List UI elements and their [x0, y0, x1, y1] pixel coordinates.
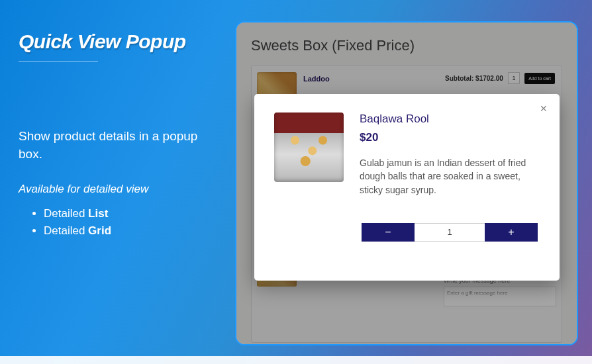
available-label: Available for detailed view: [19, 183, 222, 196]
list-item-bold: Grid: [88, 224, 111, 237]
qty-plus-button[interactable]: +: [485, 223, 538, 242]
popup-product-desc: Gulab jamun is an Indian dessert of frie…: [360, 156, 540, 197]
qty-value[interactable]: 1: [415, 223, 485, 242]
footer: [0, 356, 592, 364]
feature-title: Quick View Popup: [19, 30, 222, 53]
popup-qty-stepper: − 1 +: [362, 223, 538, 242]
list-item-pre: Detailed: [44, 207, 88, 220]
demo-screenshot: Sweets Box (Fixed Price) Laddoo: [235, 21, 578, 345]
popup-product-title: Baqlawa Rool: [360, 113, 540, 126]
popup-product-price: $20: [360, 131, 540, 144]
list-item: Detailed Grid: [44, 222, 222, 240]
popup-product-image: [274, 113, 344, 182]
feature-list: Detailed List Detailed Grid: [19, 205, 222, 239]
close-button[interactable]: ✕: [538, 103, 549, 114]
divider: [19, 61, 98, 62]
list-item: Detailed List: [44, 205, 222, 222]
quick-view-popup: ✕ Baqlawa Rool $20 Gulab jamun is an Ind…: [254, 94, 560, 281]
feature-desc: Show product details in a popup box.: [19, 128, 222, 163]
list-item-bold: List: [88, 207, 108, 220]
list-item-pre: Detailed: [44, 224, 88, 237]
qty-minus-button[interactable]: −: [362, 223, 415, 242]
close-icon: ✕: [540, 103, 548, 114]
